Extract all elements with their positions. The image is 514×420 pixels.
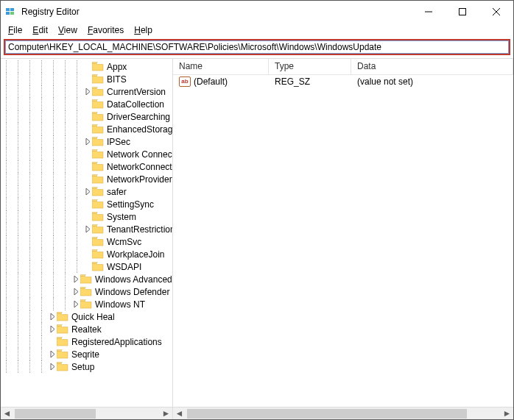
- menubar: File Edit View Favorites Help: [1, 23, 513, 38]
- tree-hscroll-thumb[interactable]: [15, 409, 96, 419]
- tree-node-label: WSDAPI: [107, 262, 141, 272]
- window-title: Registry Editor: [21, 7, 412, 17]
- close-button[interactable]: [479, 1, 513, 23]
- menu-view[interactable]: View: [54, 24, 82, 37]
- tree-node[interactable]: Quick Heal: [1, 310, 172, 323]
- tree-node[interactable]: NetworkProvider: [1, 173, 172, 185]
- list-hscrollbar[interactable]: ◄ ►: [173, 407, 513, 419]
- value-type: REG_SZ: [269, 76, 351, 88]
- tree-node-label: BITS: [107, 74, 127, 85]
- expand-icon[interactable]: [48, 363, 57, 371]
- tree-node[interactable]: WSDAPI: [1, 260, 172, 273]
- tree-node-label: SettingSync: [107, 199, 154, 210]
- string-value-icon: ab: [179, 76, 191, 87]
- expand-placeholder: [83, 175, 92, 184]
- list-header: Name Type Data: [173, 59, 513, 75]
- expand-icon[interactable]: [48, 325, 57, 334]
- tree-node[interactable]: Realtek: [1, 323, 172, 335]
- expand-placeholder: [83, 113, 92, 121]
- expand-placeholder: [48, 338, 57, 346]
- tree-node[interactable]: TenantRestrictions: [1, 223, 172, 235]
- scroll-left-icon[interactable]: ◄: [173, 407, 186, 419]
- tree-node[interactable]: EnhancedStorageDevices: [1, 123, 172, 135]
- app-icon: [5, 6, 17, 18]
- expand-icon[interactable]: [71, 275, 80, 284]
- tree-node[interactable]: DriverSearching: [1, 110, 172, 123]
- tree-node[interactable]: RegisteredApplications: [1, 335, 172, 348]
- main-area: AppxBITSCurrentVersionDataCollectionDriv…: [1, 58, 513, 419]
- col-header-data[interactable]: Data: [351, 59, 513, 74]
- address-input[interactable]: [5, 40, 509, 54]
- expand-placeholder: [83, 263, 92, 271]
- tree-node[interactable]: Windows Advanced Threat Protection: [1, 273, 172, 285]
- tree-node-label: Realtek: [71, 324, 102, 335]
- tree-node-label: Windows Defender: [95, 287, 169, 297]
- expand-icon[interactable]: [48, 350, 57, 359]
- tree-node-label: Appx: [107, 62, 127, 72]
- tree-node[interactable]: Network Connections: [1, 148, 172, 160]
- svg-rect-5: [460, 9, 466, 15]
- expand-placeholder: [83, 213, 92, 221]
- expand-icon[interactable]: [83, 138, 92, 146]
- tree-node-label: IPSec: [107, 137, 130, 147]
- tree-node-label: NetworkProvider: [107, 174, 172, 185]
- expand-placeholder: [83, 75, 92, 84]
- tree-hscrollbar[interactable]: ◄ ►: [1, 407, 172, 419]
- expand-icon[interactable]: [71, 300, 80, 309]
- value-name: (Default): [194, 76, 228, 87]
- tree-node[interactable]: System: [1, 210, 172, 223]
- maximize-button[interactable]: [446, 1, 479, 23]
- list-row[interactable]: ab(Default)REG_SZ(value not set): [173, 75, 513, 88]
- minimize-button[interactable]: [412, 1, 446, 23]
- expand-placeholder: [83, 250, 92, 259]
- list-pane: Name Type Data ab(Default)REG_SZ(value n…: [173, 59, 513, 419]
- expand-icon[interactable]: [71, 288, 80, 296]
- col-header-type[interactable]: Type: [269, 59, 351, 74]
- tree-node-label: DriverSearching: [107, 112, 170, 122]
- list-body: ab(Default)REG_SZ(value not set): [173, 75, 513, 407]
- tree-node[interactable]: SettingSync: [1, 198, 172, 210]
- tree-node[interactable]: BITS: [1, 73, 172, 85]
- svg-rect-1: [10, 8, 14, 11]
- menu-favorites[interactable]: Favorites: [83, 24, 128, 37]
- expand-icon[interactable]: [83, 225, 92, 234]
- expand-icon[interactable]: [83, 88, 92, 96]
- scroll-right-icon[interactable]: ►: [501, 407, 513, 419]
- scroll-right-icon[interactable]: ►: [160, 407, 172, 419]
- tree-node[interactable]: safer: [1, 185, 172, 198]
- tree-node-label: NetworkConnectivityStatusIndicator: [107, 162, 172, 172]
- menu-help[interactable]: Help: [130, 24, 157, 37]
- tree-node-label: Quick Heal: [71, 312, 115, 322]
- window-controls: [412, 1, 513, 23]
- tree-node[interactable]: IPSec: [1, 135, 172, 148]
- tree-node[interactable]: Windows Defender: [1, 285, 172, 298]
- expand-icon[interactable]: [83, 188, 92, 196]
- list-hscroll-thumb[interactable]: [187, 409, 467, 419]
- col-header-name[interactable]: Name: [173, 59, 269, 74]
- tree-node[interactable]: DataCollection: [1, 98, 172, 110]
- tree-node-label: WorkplaceJoin: [107, 249, 164, 260]
- tree-node[interactable]: WcmSvc: [1, 235, 172, 248]
- tree-node[interactable]: Appx: [1, 60, 172, 73]
- titlebar: Registry Editor: [1, 1, 513, 23]
- tree-node-label: CurrentVersion: [107, 87, 166, 97]
- scroll-left-icon[interactable]: ◄: [1, 407, 13, 419]
- tree-node[interactable]: WorkplaceJoin: [1, 248, 172, 260]
- menu-file[interactable]: File: [4, 24, 27, 37]
- expand-placeholder: [83, 63, 92, 71]
- expand-placeholder: [83, 238, 92, 246]
- tree-node-label: safer: [107, 187, 127, 197]
- svg-rect-2: [6, 12, 10, 15]
- svg-rect-3: [10, 12, 14, 15]
- tree-node-label: TenantRestrictions: [107, 224, 172, 235]
- tree-scroll[interactable]: AppxBITSCurrentVersionDataCollectionDriv…: [1, 59, 172, 407]
- menu-edit[interactable]: Edit: [28, 24, 52, 37]
- tree-node[interactable]: NetworkConnectivityStatusIndicator: [1, 160, 172, 173]
- tree-node-label: WcmSvc: [107, 237, 141, 247]
- tree-node[interactable]: CurrentVersion: [1, 85, 172, 98]
- tree: AppxBITSCurrentVersionDataCollectionDriv…: [1, 59, 172, 374]
- expand-icon[interactable]: [48, 313, 57, 321]
- tree-node[interactable]: Windows NT: [1, 298, 172, 310]
- tree-node[interactable]: Setup: [1, 360, 172, 373]
- tree-node[interactable]: Seqrite: [1, 348, 172, 360]
